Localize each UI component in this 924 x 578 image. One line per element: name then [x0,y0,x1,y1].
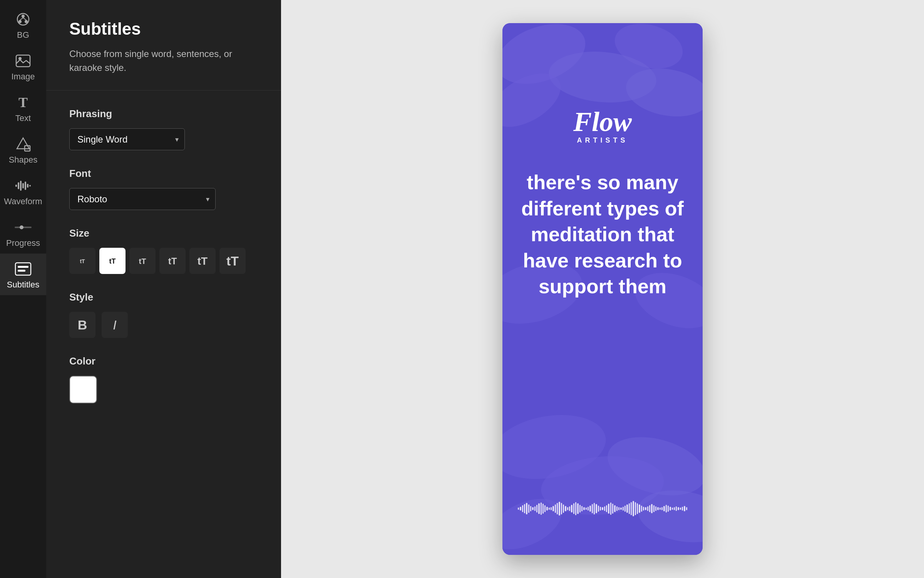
sidebar-item-bg-label: BG [17,30,29,40]
waveform-display [518,493,687,524]
sidebar-item-waveform[interactable]: Waveform [0,170,46,212]
sidebar-item-subtitles-label: Subtitles [7,280,39,290]
svg-rect-21 [18,266,28,268]
sidebar-item-text[interactable]: T Text [0,87,46,129]
video-card: Flow ARTISTS there's so many different t… [502,23,703,555]
sidebar-item-subtitles[interactable]: Subtitles [0,254,46,295]
phrasing-section: Phrasing Single Word Sentences Karaoke ▾ [69,108,262,150]
style-options: B I [69,312,262,338]
sidebar-item-waveform-label: Waveform [4,197,42,207]
sidebar-item-image[interactable]: Image [0,45,46,87]
color-label: Color [69,355,262,367]
panel-description: Choose from single word, sentences, or k… [69,47,262,75]
waveform-icon [15,177,32,194]
svg-point-2 [25,20,28,23]
sidebar-item-bg[interactable]: BG [0,4,46,45]
bg-icon [15,11,32,28]
svg-line-5 [20,18,23,20]
font-select[interactable]: Roboto Arial Georgia Helvetica Open Sans [69,188,216,210]
canvas-area: Flow ARTISTS there's so many different t… [281,0,924,578]
size-btn-xs[interactable]: tT [69,248,95,274]
phrasing-dropdown-wrapper: Single Word Sentences Karaoke ▾ [69,128,185,150]
logo-flow-text: Flow [573,108,632,136]
svg-rect-22 [18,270,25,272]
shapes-icon [15,136,32,153]
svg-rect-16 [27,184,28,188]
svg-rect-12 [18,182,19,189]
image-icon [15,52,32,69]
sidebar-item-shapes[interactable]: Shapes [0,129,46,170]
subtitles-panel: Subtitles Choose from single word, sente… [46,0,281,578]
logo-artists-text: ARTISTS [573,136,632,144]
style-label: Style [69,291,262,303]
italic-button[interactable]: I [102,312,128,338]
subtitle-text: there's so many different types of medit… [518,170,687,300]
font-section: Font Roboto Arial Georgia Helvetica Open… [69,168,262,210]
panel-title: Subtitles [69,19,262,39]
svg-rect-13 [20,181,22,191]
svg-text:tT: tT [168,256,177,266]
size-section: Size tT tT tT tT tT tT [69,227,262,274]
sidebar-item-image-label: Image [11,72,35,82]
svg-rect-17 [29,185,31,187]
svg-rect-15 [25,181,26,190]
flow-logo: Flow ARTISTS [573,108,632,144]
svg-text:tT: tT [80,258,85,264]
size-label: Size [69,227,262,239]
bold-button[interactable]: B [69,312,95,338]
subtitles-icon [15,260,32,277]
font-label: Font [69,168,262,180]
color-section: Color [69,355,262,403]
progress-icon [15,219,32,236]
sidebar-item-progress-label: Progress [6,238,40,248]
sidebar-item-progress[interactable]: Progress [0,212,46,254]
svg-point-19 [20,225,23,229]
size-btn-sm[interactable]: tT [99,248,126,274]
svg-rect-14 [22,183,24,188]
size-btn-md[interactable]: tT [129,248,156,274]
size-btn-lg[interactable]: tT [159,248,186,274]
panel-divider [46,90,281,91]
svg-line-4 [23,18,26,20]
font-dropdown-wrapper: Roboto Arial Georgia Helvetica Open Sans… [69,188,216,210]
svg-point-3 [18,20,22,23]
size-btn-xxl[interactable]: tT [219,248,246,274]
sidebar: BG Image T Text Shapes [0,0,46,578]
svg-text:tT: tT [198,255,208,267]
svg-point-1 [22,15,25,18]
svg-text:tT: tT [226,254,239,268]
svg-rect-20 [15,263,31,275]
size-options: tT tT tT tT tT tT [69,248,262,274]
svg-rect-11 [15,185,17,187]
text-icon: T [15,94,32,111]
svg-text:tT: tT [139,257,146,265]
size-btn-xl[interactable]: tT [189,248,216,274]
sidebar-item-text-label: Text [15,113,31,123]
svg-text:tT: tT [109,257,116,265]
phrasing-select[interactable]: Single Word Sentences Karaoke [69,128,185,150]
color-swatch[interactable] [69,376,97,403]
svg-text:T: T [18,95,28,110]
phrasing-label: Phrasing [69,108,262,120]
style-section: Style B I [69,291,262,338]
svg-marker-9 [17,138,29,149]
sidebar-item-shapes-label: Shapes [9,155,38,165]
